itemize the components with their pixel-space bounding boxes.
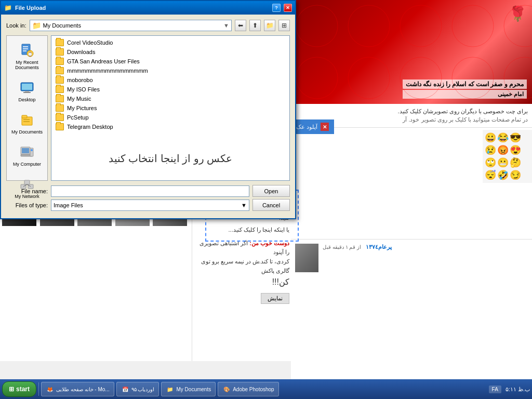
- svg-rect-2: [23, 48, 28, 49]
- svg-rect-21: [24, 180, 30, 184]
- emoji-item[interactable]: 🤣: [497, 169, 509, 181]
- emoji-item[interactable]: 😢: [485, 144, 496, 156]
- open-button[interactable]: Open: [252, 185, 290, 197]
- folder-icon: [56, 95, 64, 102]
- cancel-col: Cancel: [252, 199, 290, 211]
- svg-rect-13: [23, 121, 30, 122]
- folder-item-gta[interactable]: GTA San Andreas User Files: [54, 57, 287, 66]
- persian-main-text: فایل مورد نظر خود را بکشید و اینجا رها ک…: [192, 200, 294, 361]
- emoji-item[interactable]: 🤔: [510, 157, 521, 168]
- svg-text:⌚: ⌚: [28, 51, 33, 57]
- folder-icon: [56, 104, 64, 112]
- look-in-combo[interactable]: 📁 My Documents ▼: [30, 20, 232, 31]
- folder-icon: [56, 67, 64, 74]
- taskbar-btn-app2[interactable]: 📅 اوردیاب ۹۵: [116, 382, 159, 396]
- emoji-item[interactable]: 😬: [497, 157, 509, 168]
- dialog-sidebar: ⌚ My RecentDocuments Desktop: [6, 35, 48, 181]
- nav-back-btn[interactable]: ⬅: [235, 20, 246, 31]
- my-computer-icon: [19, 144, 35, 161]
- folder-icon: [56, 76, 64, 84]
- dialog-title: File Upload: [15, 5, 269, 11]
- dialog-file-list[interactable]: Corel VideoStudio Downloads GTA San Andr…: [51, 35, 290, 181]
- folder-item-pictures[interactable]: My Pictures: [54, 103, 287, 113]
- recent-docs-icon: ⌚: [19, 42, 35, 59]
- my-network-label: My Network: [15, 194, 39, 199]
- emoji-item[interactable]: 😴: [485, 169, 496, 181]
- folder-icon: [56, 39, 64, 46]
- taskbar-btn-browser[interactable]: 🦊 خانه صفحه طلایی - Mo...: [41, 382, 114, 396]
- folder-item-corel[interactable]: Corel VideoStudio: [54, 38, 287, 47]
- view-toggle-btn[interactable]: ⊞: [278, 20, 290, 31]
- emoji-item[interactable]: 😏: [510, 169, 521, 181]
- upload-button-area[interactable]: ✕ آپلود عک: [291, 119, 334, 134]
- dropdown-arrow-icon: ▼: [223, 22, 229, 29]
- instruction-text: عکس رو از اینجا انتخاب کنید: [54, 152, 287, 165]
- emoji-item[interactable]: 🙄: [485, 157, 496, 168]
- sidebar-desktop[interactable]: Desktop: [16, 77, 37, 104]
- emoji-item[interactable]: 😎: [510, 132, 521, 143]
- windows-logo-icon: ⊞: [9, 385, 14, 393]
- nav-up-btn[interactable]: ⬆: [249, 20, 261, 31]
- svg-rect-12: [23, 119, 30, 120]
- show-button[interactable]: نمایش: [261, 293, 289, 304]
- language-indicator[interactable]: FA: [489, 385, 501, 393]
- folder-taskbar-icon: 📁: [166, 385, 174, 393]
- dialog-bottom-area: File name: Open Files of type: Image Fil…: [6, 185, 290, 211]
- filetype-combo[interactable]: Image Files ▼: [51, 200, 249, 211]
- filename-row: File name: Open: [6, 185, 290, 197]
- post-area: پرعام۱۳۷٤ از قم ۱ دقیقه قبل: [291, 239, 532, 276]
- filename-label: File name:: [6, 188, 48, 194]
- taskbar: ⊞ start 🦊 خانه صفحه طلایی - Mo... 📅 اورد…: [0, 379, 532, 399]
- sidebar-my-docs[interactable]: My Documents: [9, 110, 45, 137]
- svg-rect-15: [22, 148, 29, 153]
- browser-icon: 🦊: [46, 385, 54, 393]
- post-user: پرعام۱۳۷٤ از قم ۱ دقیقه قبل: [295, 244, 528, 272]
- new-folder-btn[interactable]: 📁: [264, 20, 275, 31]
- photoshop-icon: 🎨: [222, 385, 231, 393]
- folder-item-music[interactable]: My Music: [54, 94, 287, 103]
- folder-icon: [56, 58, 64, 65]
- folder-item-iso[interactable]: My ISO Files: [54, 85, 287, 94]
- folder-item-moborobo[interactable]: moborobo: [54, 75, 287, 85]
- dialog-help-button[interactable]: ?: [272, 4, 281, 12]
- dialog-body: Look in: 📁 My Documents ▼ ⬅ ⬆ 📁 ⊞: [1, 15, 295, 218]
- my-computer-label: My Computer: [13, 162, 41, 167]
- emoji-panel: 😀 😂 😎 😢 😡 😍 🙄 😬 🤔 😴 🤣 😏: [483, 130, 532, 183]
- folder-icon: [56, 123, 64, 130]
- sidebar-recent[interactable]: ⌚ My RecentDocuments: [13, 40, 41, 72]
- folder-item-pcsetup[interactable]: PcSetup: [54, 113, 287, 122]
- taskbar-btn-photoshop[interactable]: 🎨 Adobe Photoshop: [218, 382, 279, 396]
- svg-rect-7: [22, 84, 32, 90]
- taskbar-btn-mydocs[interactable]: 📁 My Documents: [161, 382, 216, 396]
- folder-item-mmm[interactable]: mmmmmmmmmmmmmmmmm: [54, 66, 287, 75]
- svg-rect-9: [23, 92, 31, 93]
- folder-icon: [56, 86, 64, 93]
- folder-item-telegram[interactable]: Telegram Desktop: [54, 122, 287, 131]
- filename-input[interactable]: [51, 185, 249, 197]
- dialog-buttons: Open: [252, 185, 290, 197]
- desktop-icon: [19, 79, 35, 96]
- dialog-titlebar: 📁 File Upload ? ✕: [1, 1, 295, 15]
- svg-rect-3: [23, 50, 26, 51]
- folder-item-downloads[interactable]: Downloads: [54, 47, 287, 57]
- close-upload-button[interactable]: ✕: [321, 123, 329, 131]
- dialog-close-button[interactable]: ✕: [284, 4, 292, 12]
- look-in-label: Look in:: [6, 22, 26, 29]
- post-avatar: [295, 244, 318, 272]
- emoji-item[interactable]: 😂: [497, 132, 509, 143]
- filetype-row: Files of type: Image Files ▼ Cancel: [6, 199, 290, 211]
- start-button[interactable]: ⊞ start: [2, 381, 36, 397]
- emoji-item[interactable]: 😡: [497, 144, 509, 156]
- svg-rect-11: [22, 115, 27, 118]
- taskbar-divider: [38, 382, 39, 396]
- sidebar-my-computer[interactable]: My Computer: [11, 142, 43, 169]
- dialog-toolbar: Look in: 📁 My Documents ▼ ⬅ ⬆ 📁 ⊞: [6, 20, 290, 31]
- my-docs-icon: [19, 112, 35, 128]
- svg-rect-1: [23, 46, 28, 47]
- dialog-title-icon: 📁: [4, 4, 12, 11]
- emoji-item[interactable]: 😀: [485, 132, 496, 143]
- emoji-item[interactable]: 😍: [510, 144, 521, 156]
- file-upload-dialog: 📁 File Upload ? ✕ Look in: 📁 My Document…: [0, 0, 296, 219]
- cancel-button[interactable]: Cancel: [252, 199, 290, 211]
- taskbar-right: FA ۵:۱۱ ب.ظ: [489, 385, 530, 393]
